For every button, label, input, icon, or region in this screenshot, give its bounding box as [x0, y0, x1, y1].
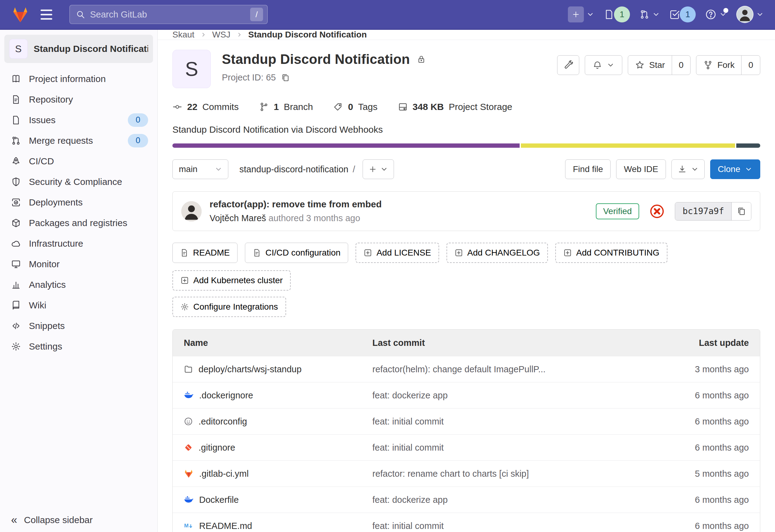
language-bar[interactable] — [172, 143, 760, 148]
download-button[interactable] — [672, 160, 704, 179]
verified-badge[interactable]: Verified — [596, 203, 639, 219]
customize-notifications-button[interactable] — [557, 55, 579, 75]
fork-count[interactable]: 0 — [741, 56, 760, 75]
sidebar-item-project-information[interactable]: Project information — [0, 68, 157, 89]
download-dropdown[interactable] — [671, 159, 705, 179]
table-row[interactable]: Dockerfile feat: dockerize app 6 months … — [173, 487, 760, 513]
fork-button[interactable]: Fork 0 — [696, 55, 760, 75]
commit-message-link[interactable]: refactor(helm): change default ImagePull… — [372, 364, 546, 374]
help-question-icon — [705, 9, 717, 20]
table-row[interactable]: .gitlab-ci.yml refactor: rename chart to… — [173, 460, 760, 487]
sidebar-item-deployments[interactable]: Deployments — [0, 192, 157, 213]
file-name-link[interactable]: README.md — [199, 521, 252, 531]
fork-action[interactable]: Fork — [696, 56, 741, 75]
collapse-sidebar-button[interactable]: « Collapse sidebar — [0, 507, 157, 532]
todos-count-badge: 1 — [680, 6, 696, 22]
sidebar-item-label: Analytics — [29, 280, 66, 290]
add-contributing-button[interactable]: Add CONTRIBUTING — [555, 243, 667, 263]
rocket-icon — [11, 156, 21, 166]
new-menu-button[interactable] — [568, 6, 594, 22]
commit-message-link[interactable]: feat: initial commit — [372, 521, 444, 531]
readme-button[interactable]: README — [172, 243, 237, 263]
file-name-link[interactable]: .gitlab-ci.yml — [199, 469, 248, 479]
sidebar-item-infrastructure[interactable]: Infrastructure — [0, 233, 157, 254]
todos-nav-button[interactable]: 1 — [669, 6, 696, 22]
sidebar-item-cicd[interactable]: CI/CD — [0, 151, 157, 171]
language-segment[interactable] — [172, 143, 520, 148]
sidebar-item-monitor[interactable]: Monitor — [0, 254, 157, 274]
sidebar-item-settings[interactable]: Settings — [0, 336, 157, 357]
branches-stat[interactable]: 1Branch — [259, 102, 313, 112]
file-name-link[interactable]: .dockerignore — [199, 390, 253, 401]
language-segment[interactable] — [736, 143, 760, 148]
sidebar-item-issues[interactable]: Issues 0 — [0, 110, 157, 130]
commit-message-link[interactable]: refactor: rename chart to charts [ci ski… — [372, 469, 529, 479]
configure-integrations-button[interactable]: Configure Integrations — [172, 297, 286, 317]
commit-author-avatar[interactable] — [181, 201, 201, 221]
clone-button[interactable]: Clone — [710, 159, 760, 179]
sidebar-item-repository[interactable]: Repository — [0, 89, 157, 110]
storage-stat[interactable]: 348 KBProject Storage — [398, 102, 513, 112]
sidebar-item-security-compliance[interactable]: Security & Compliance — [0, 171, 157, 192]
commit-title-link[interactable]: refactor(app): remove time from embed — [209, 199, 381, 209]
pipeline-failed-icon[interactable] — [650, 204, 664, 219]
sidebar-item-merge-requests[interactable]: Merge requests 0 — [0, 130, 157, 151]
commit-author-link[interactable]: Vojtěch Mareš — [209, 213, 266, 223]
repo-path-root[interactable]: standup-discord-notification — [239, 164, 348, 174]
sidebar-project-context[interactable]: S Standup Discord Notificati... — [4, 35, 153, 63]
add-file-dropdown[interactable] — [362, 159, 394, 179]
sidebar-item-label: Project information — [29, 74, 106, 84]
web-ide-button[interactable]: Web IDE — [616, 159, 666, 179]
add-license-button[interactable]: Add LICENSE — [355, 243, 439, 263]
add-kubernetes-cluster-button[interactable]: Add Kubernetes cluster — [172, 270, 291, 291]
menu-hamburger-icon[interactable] — [41, 10, 52, 20]
commit-message-link[interactable]: feat: initial commit — [372, 417, 444, 426]
star-button[interactable]: Star 0 — [628, 55, 691, 75]
table-row[interactable]: M README.md feat: initial commit 6 month… — [173, 513, 760, 532]
tags-stat[interactable]: 0Tags — [333, 102, 377, 112]
breadcrumb-group-link[interactable]: WSJ — [212, 30, 230, 40]
table-row[interactable]: .editorconfig feat: initial commit 6 mon… — [173, 408, 760, 434]
merge-requests-nav-button[interactable] — [639, 9, 660, 20]
gitlab-logo-icon[interactable] — [11, 6, 29, 23]
chart-icon — [11, 280, 21, 290]
breadcrumb-root-link[interactable]: Skaut — [172, 30, 194, 40]
docker-icon — [184, 495, 194, 504]
sidebar-project-title: Standup Discord Notificati... — [34, 44, 148, 54]
copy-icon — [737, 206, 746, 216]
table-row[interactable]: deploy/charts/wsj-standup refactor(helm)… — [173, 356, 760, 382]
plus-dropdown[interactable] — [363, 160, 394, 179]
add-changelog-button[interactable]: Add CHANGELOG — [447, 243, 548, 263]
fork-label: Fork — [717, 60, 734, 70]
global-search[interactable]: / — [69, 5, 268, 24]
commit-message-link[interactable]: feat: dockerize app — [372, 390, 448, 400]
help-menu-button[interactable] — [705, 9, 727, 20]
sidebar-item-wiki[interactable]: Wiki — [0, 295, 157, 315]
file-name-link[interactable]: Dockerfile — [199, 495, 239, 505]
search-input[interactable] — [90, 10, 245, 20]
sidebar-item-packages-registries[interactable]: Packages and registries — [0, 213, 157, 233]
cicd-configuration-button[interactable]: CI/CD configuration — [245, 243, 348, 263]
notification-setting-button[interactable] — [585, 55, 622, 75]
user-menu-button[interactable] — [736, 6, 764, 23]
commit-message-link[interactable]: feat: dockerize app — [372, 495, 448, 505]
last-update-time: 6 months ago — [668, 417, 760, 427]
star-action[interactable]: Star — [628, 56, 671, 75]
commits-stat[interactable]: 22Commits — [172, 102, 239, 112]
copy-icon[interactable] — [281, 73, 290, 82]
file-name-link[interactable]: .editorconfig — [198, 417, 247, 427]
file-name-link[interactable]: deploy/charts/wsj-standup — [198, 364, 301, 374]
table-row[interactable]: .dockerignore feat: dockerize app 6 mont… — [173, 382, 760, 408]
find-file-button[interactable]: Find file — [565, 159, 611, 179]
chevron-down-icon — [652, 10, 660, 18]
language-segment[interactable] — [521, 143, 735, 148]
table-row[interactable]: .gitignore feat: initial commit 6 months… — [173, 434, 760, 460]
issues-nav-button[interactable]: 1 — [604, 6, 630, 22]
file-name-link[interactable]: .gitignore — [198, 443, 235, 453]
commit-message-link[interactable]: feat: initial commit — [372, 443, 444, 452]
copy-sha-button[interactable] — [731, 202, 751, 220]
sidebar-item-analytics[interactable]: Analytics — [0, 274, 157, 295]
sidebar-item-snippets[interactable]: Snippets — [0, 315, 157, 336]
star-count[interactable]: 0 — [672, 56, 691, 75]
branch-selector[interactable]: main — [172, 159, 228, 179]
